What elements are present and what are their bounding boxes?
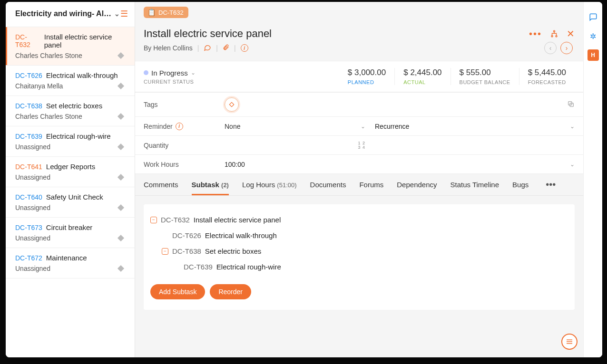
author-text: By Helen Collins xyxy=(144,44,193,52)
subtask-row[interactable]: DC-T639 Electrical rough-wire xyxy=(150,259,568,275)
chevron-down-icon[interactable]: ⌄ xyxy=(570,161,575,168)
info-icon[interactable]: i xyxy=(176,123,183,130)
subtask-title: Electrical walk-through xyxy=(205,231,277,239)
breadcrumb-bar: 📋 DC-T632 xyxy=(135,2,583,23)
collapse-box-icon[interactable]: − xyxy=(162,248,168,255)
task-name: Circuit breaker xyxy=(46,223,93,231)
task-id: DC-T638 xyxy=(15,102,42,110)
reorder-button[interactable]: Reorder xyxy=(210,284,251,299)
hierarchy-icon[interactable] xyxy=(548,28,560,39)
add-subtask-button[interactable]: Add Subtask xyxy=(150,284,205,299)
close-icon[interactable]: ✕ xyxy=(567,28,575,39)
chevron-down-icon: ⌄ xyxy=(114,10,120,18)
quantity-field[interactable]: 1 23 4 xyxy=(225,141,375,150)
comment-icon[interactable] xyxy=(204,44,211,53)
subtask-row[interactable]: − DC-T632 Install electric service panel xyxy=(150,212,568,228)
workhours-value[interactable]: 100:00 xyxy=(225,161,375,168)
more-actions-icon[interactable]: ••• xyxy=(529,29,542,39)
sidebar: Electricity and wiring- Al… ⌄ ☰ DC-T632 … xyxy=(6,2,135,357)
chevron-down-icon: ⌄ xyxy=(570,123,575,130)
chevron-down-icon: ⌄ xyxy=(361,123,365,130)
task-item[interactable]: DC-T640 Safety Unit Check Unassigned xyxy=(6,187,135,218)
task-item[interactable]: DC-T626 Electrical walk-through Chaitany… xyxy=(6,66,135,96)
tab-forums[interactable]: Forums xyxy=(359,174,383,195)
settings-icon[interactable]: ✲ xyxy=(587,30,599,42)
tab-documents[interactable]: Documents xyxy=(310,174,346,195)
status-label: CURRENT STATUS xyxy=(144,79,339,85)
collapse-sidebar-icon[interactable]: ☰ xyxy=(120,9,128,19)
budget-column: $ 3,000.00 PLANNED xyxy=(339,68,394,85)
task-item[interactable]: DC-T672 Maintenance Unassigned xyxy=(6,248,135,278)
budget-label: PLANNED xyxy=(348,79,386,85)
task-item[interactable]: DC-T641 Ledger Reports Unassigned xyxy=(6,157,135,187)
tab-dependency[interactable]: Dependency xyxy=(397,174,437,195)
task-assignee: Unassigned xyxy=(15,204,50,211)
sidebar-title-dropdown[interactable]: Electricity and wiring- Al… ⌄ xyxy=(15,10,120,18)
budget-value: $ 5,445.00 xyxy=(528,68,566,77)
task-name: Safety Unit Check xyxy=(46,193,103,201)
add-tag-icon[interactable] xyxy=(225,97,239,112)
quantity-label: Quantity xyxy=(144,142,225,149)
task-id: DC-T672 xyxy=(15,254,42,262)
main-panel: 📋 DC-T632 Install electric service panel… xyxy=(135,2,583,357)
subtask-row[interactable]: DC-T626 Electrical walk-through xyxy=(150,228,568,243)
recurrence-select[interactable]: Recurrence ⌄ xyxy=(375,123,575,130)
task-title: Install electric service panel xyxy=(144,28,272,40)
priority-icon xyxy=(117,52,124,59)
budget-label: FORECASTED xyxy=(528,79,566,85)
task-item[interactable]: DC-T639 Electrical rough-wire Unassigned xyxy=(6,126,135,157)
subtask-title: Install electric service panel xyxy=(194,216,281,224)
task-item[interactable]: DC-T632 Install electric service panel C… xyxy=(6,27,135,66)
title-row: Install electric service panel ••• ✕ xyxy=(135,23,583,42)
tab-bugs[interactable]: Bugs xyxy=(512,174,529,195)
detail-rows: Tags Reminder i None xyxy=(135,92,583,174)
help-icon[interactable]: H xyxy=(587,49,599,61)
budget-columns: $ 3,000.00 PLANNED $ 2,445.00 ACTUAL $ 5… xyxy=(339,68,575,85)
task-item[interactable]: DC-T673 Circuit breaker Unassigned xyxy=(6,218,135,248)
priority-icon xyxy=(117,204,124,211)
status-text: In Progress xyxy=(151,69,188,77)
attachment-icon[interactable] xyxy=(223,44,229,52)
breadcrumb-chip[interactable]: 📋 DC-T632 xyxy=(144,7,188,18)
task-assignee: Chaitanya Mella xyxy=(15,82,63,90)
title-actions: ••• ✕ xyxy=(529,28,575,39)
prev-task-button[interactable]: ‹ xyxy=(544,42,557,54)
tags-label: Tags xyxy=(144,101,225,108)
info-icon[interactable]: i xyxy=(241,44,248,52)
task-assignee: Charles Charles Stone xyxy=(15,52,82,59)
budget-value: $ 3,000.00 xyxy=(348,68,386,77)
next-task-button[interactable]: › xyxy=(560,42,573,54)
budget-value: $ 555.00 xyxy=(460,68,510,77)
task-name: Electrical rough-wire xyxy=(46,132,111,140)
clipboard-icon: 📋 xyxy=(147,9,156,16)
task-id: DC-T639 xyxy=(15,133,42,140)
tabs-more-icon[interactable]: ••• xyxy=(546,179,556,190)
subtask-id: DC-T632 xyxy=(161,216,190,224)
tags-row: Tags xyxy=(135,93,583,117)
priority-icon xyxy=(117,144,124,150)
budget-value: $ 2,445.00 xyxy=(403,68,441,77)
task-assignee: Unassigned xyxy=(15,173,50,181)
task-assignee: Unassigned xyxy=(15,265,50,272)
nav-arrows: ‹ › xyxy=(544,42,575,54)
task-list: DC-T632 Install electric service panel C… xyxy=(6,27,135,278)
collapse-box-icon[interactable]: − xyxy=(150,217,157,223)
tab-loghours[interactable]: Log Hours (51:00) xyxy=(242,174,297,195)
task-assignee: Charles Charles Stone xyxy=(15,113,82,120)
subtask-row[interactable]: − DC-T638 Set electric boxes xyxy=(150,243,568,259)
budget-label: BUDGET BALANCE xyxy=(460,79,510,85)
priority-icon xyxy=(117,113,124,120)
status-block[interactable]: In Progress ⌄ CURRENT STATUS xyxy=(144,69,339,85)
fab-button[interactable] xyxy=(561,334,578,350)
reminder-select[interactable]: None ⌄ xyxy=(225,123,375,130)
tab-status-timeline[interactable]: Status Timeline xyxy=(450,174,499,195)
budget-label: ACTUAL xyxy=(403,79,441,85)
task-name: Install electric service panel xyxy=(44,33,125,49)
chat-icon[interactable] xyxy=(587,11,599,23)
tab-comments[interactable]: Comments xyxy=(144,174,178,195)
subtask-id: DC-T639 xyxy=(184,263,213,271)
copy-icon[interactable] xyxy=(567,100,575,109)
task-item[interactable]: DC-T638 Set electric boxes Charles Charl… xyxy=(6,96,135,126)
tab-subtask[interactable]: Subtask (2) xyxy=(192,174,229,195)
task-id: DC-T641 xyxy=(15,163,42,171)
